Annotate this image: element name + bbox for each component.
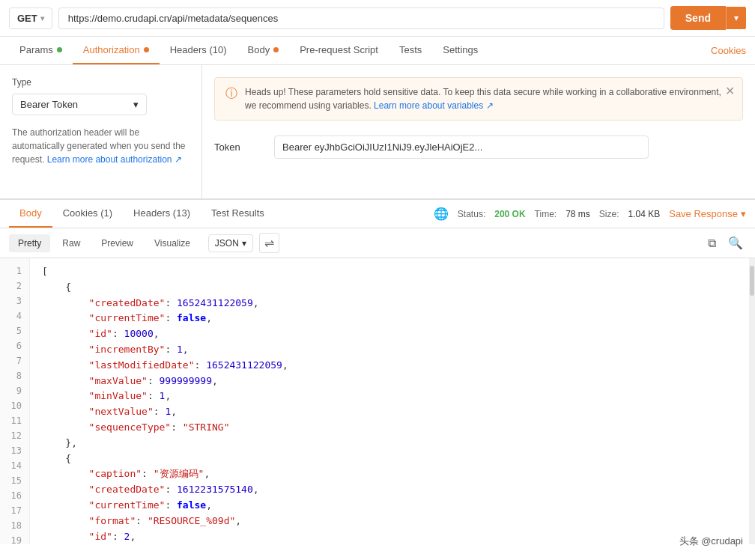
line-number: 12 xyxy=(7,429,22,444)
code-line: "sequenceType": "STRING" xyxy=(42,420,737,436)
time-value: 78 ms xyxy=(566,209,590,219)
bearer-chevron-icon: ▾ xyxy=(133,99,139,110)
line-number: 15 xyxy=(7,474,22,489)
tab-settings[interactable]: Settings xyxy=(432,37,488,64)
cookies-link[interactable]: Cookies xyxy=(711,45,746,56)
tab-pre-request[interactable]: Pre-request Script xyxy=(289,37,389,64)
line-number: 3 xyxy=(7,294,22,309)
code-line: [ xyxy=(42,264,737,280)
line-number: 18 xyxy=(7,519,22,534)
code-line: "format": "RESOURCE_%09d", xyxy=(42,514,737,529)
code-line: "id": 10000, xyxy=(42,326,737,342)
url-input[interactable] xyxy=(58,7,664,29)
code-line: "maxValue": 999999999, xyxy=(42,374,737,389)
time-label: Time: xyxy=(535,209,557,219)
learn-more-vars-link[interactable]: Learn more about variables ↗ xyxy=(374,100,493,111)
size-label: Size: xyxy=(599,209,619,219)
globe-icon: 🌐 xyxy=(434,207,449,221)
view-tab-preview[interactable]: Preview xyxy=(92,234,142,252)
body-toolbar: Pretty Raw Preview Visualize JSON ▾ ⇌ ⧉ … xyxy=(0,228,755,258)
line-number: 14 xyxy=(7,459,22,474)
code-line: "id": 2, xyxy=(42,529,737,544)
line-number: 11 xyxy=(7,414,22,429)
method-chevron-icon: ▾ xyxy=(40,14,44,22)
token-row: Token xyxy=(214,136,743,159)
view-tab-pretty[interactable]: Pretty xyxy=(9,234,50,252)
info-banner: ⓘ Heads up! These parameters hold sensit… xyxy=(214,77,743,121)
status-value: 200 OK xyxy=(494,209,525,219)
json-body: 123456789101112131415161718192021 [ { "c… xyxy=(0,258,755,544)
body-action-icons: ⧉ 🔍 xyxy=(705,233,746,253)
info-icon: ⓘ xyxy=(225,86,237,102)
tab-pre-request-label: Pre-request Script xyxy=(300,44,378,55)
view-tab-raw[interactable]: Raw xyxy=(53,234,89,252)
bearer-type-select[interactable]: Bearer Token ▾ xyxy=(12,94,147,115)
close-banner-button[interactable]: ✕ xyxy=(725,84,735,98)
bearer-label: Bearer Token xyxy=(20,99,78,110)
request-tabs: Params Authorization Headers (10) Body P… xyxy=(0,37,755,65)
line-numbers: 123456789101112131415161718192021 xyxy=(0,258,30,544)
response-stats: 🌐 Status: 200 OK Time: 78 ms Size: 1.04 … xyxy=(434,207,746,221)
url-bar: GET ▾ Send ▾ xyxy=(0,0,755,37)
method-label: GET xyxy=(17,13,37,24)
tab-headers-label: Headers (10) xyxy=(170,44,227,55)
line-number: 7 xyxy=(7,354,22,369)
line-number: 9 xyxy=(7,384,22,399)
format-select[interactable]: JSON ▾ xyxy=(208,234,253,252)
resp-tab-cookies[interactable]: Cookies (1) xyxy=(52,200,123,228)
tab-params[interactable]: Params xyxy=(9,37,73,64)
line-number: 4 xyxy=(7,309,22,324)
code-line: "minValue": 1, xyxy=(42,389,737,404)
code-line: "currentTime": false, xyxy=(42,498,737,514)
tab-authorization-label: Authorization xyxy=(83,44,140,55)
tab-settings-label: Settings xyxy=(443,44,478,55)
tab-body-label: Body xyxy=(248,44,270,55)
copy-button[interactable]: ⧉ xyxy=(705,233,719,253)
code-line: "caption": "资源编码", xyxy=(42,466,737,482)
token-label: Token xyxy=(214,141,259,153)
tab-headers[interactable]: Headers (10) xyxy=(160,37,237,64)
line-number: 17 xyxy=(7,504,22,519)
code-line: "currentTime": false, xyxy=(42,311,737,326)
resp-tab-headers[interactable]: Headers (13) xyxy=(123,200,201,228)
response-tabs-bar: Body Cookies (1) Headers (13) Test Resul… xyxy=(0,200,755,228)
tab-authorization[interactable]: Authorization xyxy=(73,37,160,64)
body-dot xyxy=(273,47,279,52)
search-button[interactable]: 🔍 xyxy=(725,233,746,253)
line-number: 13 xyxy=(7,444,22,459)
info-banner-text: Heads up! These parameters hold sensitiv… xyxy=(245,85,732,112)
line-number: 5 xyxy=(7,324,22,339)
code-line: { xyxy=(42,451,737,467)
tab-tests[interactable]: Tests xyxy=(389,37,432,64)
token-input[interactable] xyxy=(274,136,649,159)
code-content: [ { "createdDate": 1652431122059, "curre… xyxy=(30,258,749,544)
scroll-track[interactable] xyxy=(749,258,755,544)
code-line: }, xyxy=(42,436,737,451)
send-button[interactable]: Send xyxy=(670,6,726,30)
tab-params-label: Params xyxy=(19,44,53,55)
code-line: "lastModifiedDate": 1652431122059, xyxy=(42,358,737,374)
resp-tab-body[interactable]: Body xyxy=(9,200,52,228)
tab-tests-label: Tests xyxy=(399,44,422,55)
save-response-chevron-icon: ▾ xyxy=(741,208,746,219)
watermark: 头条 @crudapi xyxy=(679,535,743,544)
view-tab-visualize[interactable]: Visualize xyxy=(145,234,199,252)
format-chevron-icon: ▾ xyxy=(242,238,246,249)
learn-more-auth-link[interactable]: Learn more about authorization ↗ xyxy=(47,154,182,165)
auth-description: The authorization header will be automat… xyxy=(12,126,189,166)
code-line: "incrementBy": 1, xyxy=(42,342,737,358)
auth-right-panel: ⓘ Heads up! These parameters hold sensit… xyxy=(202,65,755,198)
wrap-button[interactable]: ⇌ xyxy=(259,233,279,253)
line-number: 6 xyxy=(7,339,22,354)
line-number: 16 xyxy=(7,489,22,504)
send-dropdown-button[interactable]: ▾ xyxy=(726,7,746,29)
params-dot xyxy=(57,47,62,52)
save-response-button[interactable]: Save Response ▾ xyxy=(669,208,746,219)
method-select[interactable]: GET ▾ xyxy=(9,7,52,29)
line-number: 19 xyxy=(7,534,22,544)
format-label: JSON xyxy=(215,238,239,249)
code-line: { xyxy=(42,280,737,296)
resp-tab-test-results[interactable]: Test Results xyxy=(201,200,275,228)
tab-body[interactable]: Body xyxy=(237,37,290,64)
scroll-thumb[interactable] xyxy=(750,266,754,296)
